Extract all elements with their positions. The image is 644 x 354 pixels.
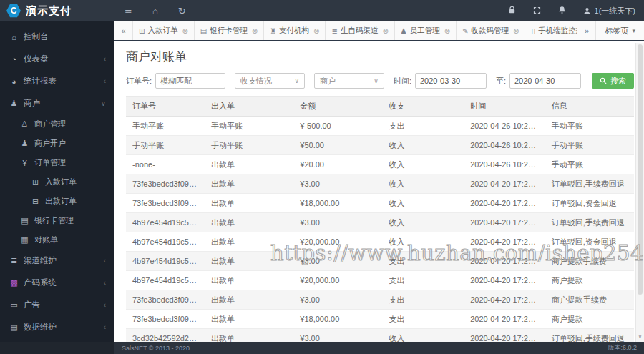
table-row[interactable]: 手动平账手动平账¥-500.00支出2020-04-26 10:29:55手动平… — [126, 117, 634, 136]
table-cell: 订单驳回,手续费回退 — [545, 174, 634, 194]
scrollbar-thumb[interactable] — [638, 44, 643, 295]
table-cell: 2020-04-20 17:28:40 — [464, 194, 545, 213]
table-row[interactable]: 手动平账手动平账¥50.00收入2020-04-26 10:23:45手动平账 — [126, 136, 634, 155]
user-menu[interactable]: 1(一统天下) — [583, 6, 635, 16]
list-icon: ≣ — [9, 256, 19, 265]
tab-label: 入款订单 — [147, 26, 177, 36]
tabs-container: ⊞入款订单⊗▤银行卡管理⊗♜支付机构⊗≣生自码渠道⊗♟员工管理⊗✎收款码管理⊗▯… — [133, 21, 577, 40]
table-cell: 2020-04-20 17:26:37 — [464, 310, 545, 329]
scroll-down-icon[interactable]: ∨ — [636, 333, 644, 340]
table-row[interactable]: -none-出款单¥20.00收入2020-04-26 10:20:23手动平账 — [126, 155, 634, 174]
sidebar-item-statement[interactable]: ▦对账单 — [0, 230, 114, 250]
tab-qrcode-manage[interactable]: ✎收款码管理⊗ — [457, 21, 525, 40]
content-area: « ⊞入款订单⊗▤银行卡管理⊗♜支付机构⊗≣生自码渠道⊗♟员工管理⊗✎收款码管理… — [114, 21, 644, 342]
close-icon[interactable]: ⊗ — [313, 27, 319, 35]
sidebar-item-label: 商户 — [24, 98, 40, 109]
qrcode-icon: ▩ — [9, 278, 19, 287]
sidebar-item-label: 入款订单 — [45, 177, 77, 187]
home-icon[interactable]: ⌂ — [152, 6, 158, 16]
tabbar: « ⊞入款订单⊗▤银行卡管理⊗♜支付机构⊗≣生自码渠道⊗♟员工管理⊗✎收款码管理… — [114, 21, 644, 41]
topbar-left-icons: ≣ ⌂ ↻ — [125, 6, 186, 16]
sidebar-item-ads[interactable]: ▭广告‹ — [0, 294, 114, 316]
search-button[interactable]: 搜索 — [592, 73, 634, 89]
home-icon: ⌂ — [9, 33, 19, 41]
sidebar-item-withdraw-order[interactable]: ⊟出款订单 — [0, 192, 114, 211]
sidebar-item-bank-card-manage[interactable]: ▤银行卡管理 — [0, 211, 114, 230]
sidebar-item-label: 订单管理 — [34, 157, 66, 168]
close-icon[interactable]: ⊗ — [444, 27, 450, 35]
table-cell: 2020-04-26 10:29:55 — [464, 117, 545, 136]
refresh-icon[interactable]: ↻ — [178, 6, 186, 16]
table-row[interactable]: 73fe3bedcd3f09b1f13466...出款单¥18,000.00支出… — [126, 310, 634, 329]
sidebar-item-merchant-manage[interactable]: ♙商户管理 — [0, 114, 114, 134]
tab-pages-dropdown[interactable]: 标签页 ▾ — [595, 21, 644, 40]
tabs-scroll-right-icon[interactable]: » — [577, 21, 595, 40]
tab-staff-manage[interactable]: ♟员工管理⊗ — [395, 21, 457, 40]
table-row[interactable]: 4b97e454d19c5a45f250c...出款单¥3.00收入2020-0… — [126, 213, 634, 232]
app-logo[interactable]: C 演示支付 — [0, 4, 114, 18]
table-cell: -none- — [126, 155, 205, 174]
tab-label: 员工管理 — [410, 26, 440, 36]
database-icon: ▤ — [9, 323, 19, 332]
table-row[interactable]: 4b97e454d19c5a45f250c...出款单¥20,000.00收入2… — [126, 232, 634, 252]
table-row[interactable]: 4b97e454d19c5a45f250c...出款单¥3.00支出2020-0… — [126, 252, 634, 271]
sidebar-item-dashboard[interactable]: ◔仪表盘‹ — [0, 48, 114, 70]
sidebar-item-merchant-open[interactable]: ♟商户开户 — [0, 134, 114, 153]
sidebar-item-stats-report[interactable]: ◕统计报表‹ — [0, 70, 114, 92]
table-cell: 手动平账 — [545, 136, 634, 155]
table-row[interactable]: 73fe3bedcd3f09b1f13466...出款单¥18,000.00收入… — [126, 194, 634, 213]
sidebar-item-merchant[interactable]: ♟商户∨ — [0, 92, 114, 114]
bell-icon[interactable] — [558, 6, 566, 16]
table-row[interactable]: 73fe3bedcd3f09b1f13466...出款单¥3.00支出2020-… — [126, 290, 634, 310]
bank-icon: ♜ — [270, 27, 276, 35]
order-no-input[interactable] — [155, 73, 225, 89]
merchant-select[interactable]: 商户 ∨ — [314, 73, 384, 89]
lock-icon[interactable] — [508, 6, 516, 16]
bank-card-icon: ▤ — [19, 216, 30, 225]
withdraw-icon: ⊟ — [30, 197, 41, 206]
tab-label: 手机端监控规则 — [538, 26, 577, 36]
sidebar-item-order-manage[interactable]: ¥订单管理 — [0, 153, 114, 172]
close-icon[interactable]: ⊗ — [382, 27, 388, 35]
close-icon[interactable]: ⊗ — [182, 27, 187, 35]
table-cell: 支出 — [383, 117, 464, 136]
tabs-scroll-left-icon[interactable]: « — [114, 21, 133, 40]
fullscreen-icon[interactable] — [533, 6, 541, 16]
sidebar-item-label: 控制台 — [24, 31, 49, 42]
income-type-select[interactable]: 收支情况 ∨ — [235, 73, 305, 89]
sidebar-item-console[interactable]: ⌂控制台 — [0, 26, 114, 48]
date-from-input[interactable] — [415, 73, 487, 89]
order-no-label: 订单号: — [126, 76, 152, 87]
sidebar-item-data-maintain[interactable]: ▤数据维护‹ — [0, 316, 114, 338]
tab-bank-card-manage[interactable]: ▤银行卡管理⊗ — [195, 21, 264, 40]
tab-deposit-order[interactable]: ⊞入款订单⊗ — [133, 21, 195, 40]
date-to-input[interactable] — [509, 73, 581, 89]
table-cell: 收入 — [383, 136, 464, 155]
tab-payment-institution[interactable]: ♜支付机构⊗ — [264, 21, 326, 40]
chevron-down-icon: ∨ — [294, 77, 299, 84]
table-cell: 手动平账 — [126, 136, 205, 155]
tab-mobile-monitor-rule[interactable]: ▯手机端监控规则⊗ — [525, 21, 577, 40]
close-icon[interactable]: ⊗ — [252, 27, 258, 35]
table-cell: ¥3.00 — [293, 213, 382, 232]
table-cell: 4b97e454d19c5a45f250c... — [126, 213, 205, 232]
sidebar-item-channel-maintain[interactable]: ≣渠道维护‹ — [0, 250, 114, 272]
table-row[interactable]: 3cd32b42592d26534cb8...出款单¥3.00收入2020-04… — [126, 329, 634, 343]
user-icon — [583, 7, 591, 15]
calendar-icon: ▦ — [19, 235, 30, 245]
table-row[interactable]: 73fe3bedcd3f09b1f13466...出款单¥3.00收入2020-… — [126, 174, 634, 194]
column-header: 订单号 — [126, 97, 205, 117]
close-icon[interactable]: ⊗ — [513, 27, 519, 35]
sidebar-item-label: 银行卡管理 — [34, 215, 74, 226]
table-cell: 商户提款手续费 — [545, 252, 634, 271]
table-cell: ¥18,000.00 — [293, 310, 382, 329]
tab-code-channel[interactable]: ≣生自码渠道⊗ — [326, 21, 394, 40]
sidebar-item-deposit-order[interactable]: ⊞入款订单 — [0, 172, 114, 192]
table-row[interactable]: 4b97e454d19c5a45f250c...出款单¥20,000.00支出2… — [126, 271, 634, 290]
sidebar-item-label: 产码系统 — [24, 277, 57, 288]
sidebar-item-code-system[interactable]: ▩产码系统‹ — [0, 272, 114, 294]
sidebar-toggle-icon[interactable]: ≣ — [125, 6, 132, 16]
page-body: 商户对账单 订单号: 收支情况 ∨ 商户 ∨ 时间: 至: 搜索 — [114, 41, 644, 342]
table-cell: 出款单 — [205, 213, 293, 232]
vertical-scrollbar[interactable]: ∨ — [635, 43, 644, 342]
